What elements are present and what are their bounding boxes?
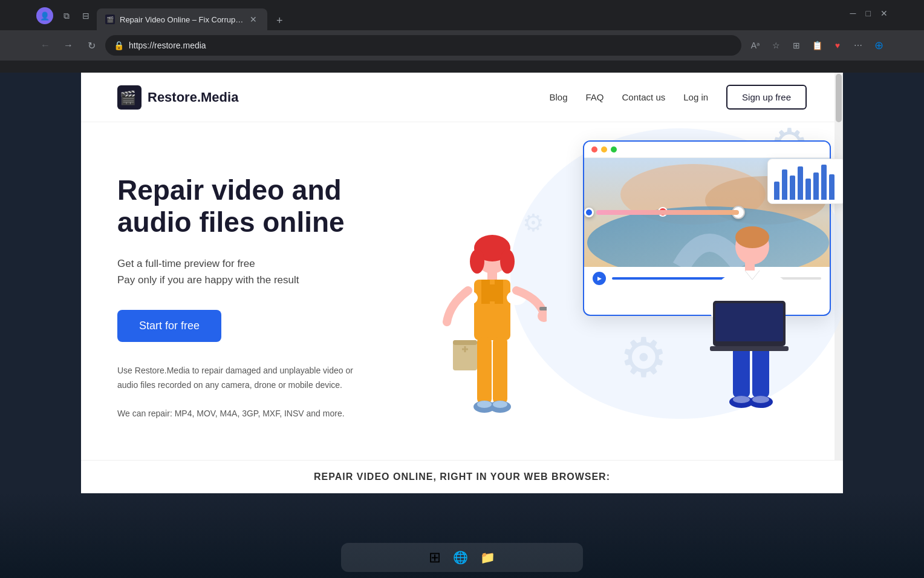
back-btn: ← [36, 36, 54, 54]
svg-rect-44 [715, 303, 783, 341]
favorites-btn[interactable]: ☆ [767, 36, 785, 54]
reload-btn[interactable]: ↻ [82, 36, 100, 54]
hero-content: Repair video and audio files online Get … [117, 174, 408, 421]
svg-point-29 [477, 401, 492, 408]
chart-bar-6 [813, 172, 819, 200]
more-btn[interactable]: ⋯ [849, 36, 867, 54]
nav-bar: ← → ↻ 🔒 https://restore.media Aᵃ ☆ ⊞ 📋 ♥… [0, 30, 924, 61]
scrubber-left [584, 208, 594, 217]
chart-card [767, 159, 843, 204]
svg-text:🎬: 🎬 [120, 90, 137, 106]
logo-icon: 🎬 [117, 85, 142, 110]
svg-point-15 [500, 249, 515, 274]
browser-chrome: 👤 ⧉ ⊟ 🎬 Repair Video Online – Fix Corrup… [0, 0, 924, 73]
chart-bar-2 [782, 169, 787, 200]
start-free-btn[interactable]: Start for free [117, 310, 221, 342]
svg-point-49 [752, 396, 769, 403]
svg-rect-24 [539, 307, 547, 310]
heart-btn[interactable]: ♥ [828, 36, 847, 54]
hero-subtitle: Get a full-time preview for free Pay onl… [117, 255, 408, 288]
svg-point-36 [735, 226, 769, 248]
windows-taskbar: ⊞ 🌐 📁 [341, 543, 583, 572]
header-nav: Blog FAQ Contact us Log in Sign up free [549, 85, 807, 110]
dot-red [591, 146, 597, 153]
logo-text: Restore.Media [148, 90, 238, 105]
lock-icon: 🔒 [114, 41, 124, 50]
active-tab[interactable]: 🎬 Repair Video Online – Fix Corrup… ✕ [97, 8, 267, 30]
svg-rect-20 [481, 284, 503, 301]
new-tab-btn[interactable]: + [270, 11, 289, 30]
profile-icon[interactable]: 👤 [36, 7, 53, 24]
nav-faq[interactable]: FAQ [586, 92, 604, 102]
minimize-btn[interactable]: ─ [850, 8, 856, 18]
address-bar[interactable]: 🔒 https://restore.media [105, 35, 741, 56]
play-button[interactable]: ▶ [593, 272, 606, 285]
forward-btn[interactable]: → [59, 36, 77, 54]
edge-taskbar-icon[interactable]: 🌐 [453, 550, 468, 565]
chart-bar-8 [829, 174, 835, 200]
url-text: https://restore.media [129, 41, 733, 50]
nav-blog[interactable]: Blog [549, 92, 567, 102]
chart-bar-4 [798, 166, 803, 200]
person-right [692, 207, 813, 461]
logo[interactable]: 🎬 Restore.Media [117, 85, 238, 110]
hero-title: Repair video and audio files online [117, 174, 408, 238]
svg-point-48 [733, 396, 750, 403]
collections-btn[interactable]: 📋 [808, 36, 826, 54]
chart-bar-7 [821, 165, 827, 200]
chart-bar-1 [774, 182, 779, 200]
nav-login[interactable]: Log in [683, 92, 708, 102]
browser-window: 🎬 Restore.Media Blog FAQ Contact us Log … [81, 73, 843, 493]
window-controls: ─ □ ✕ [850, 8, 888, 18]
svg-rect-32 [453, 340, 477, 345]
reader-mode-btn[interactable]: Aᵃ [746, 36, 764, 54]
edge-icon[interactable]: ⊕ [870, 36, 888, 54]
dot-yellow [601, 146, 607, 153]
extensions-icon[interactable]: ⧉ [58, 7, 75, 24]
svg-rect-25 [477, 337, 492, 404]
svg-point-14 [470, 249, 484, 274]
tab-title: Repair Video Online – Fix Corrup… [120, 15, 243, 24]
scrubber-dot-blue [584, 208, 594, 217]
hero-illustration: ⚙ ⚙ ⚙ [420, 122, 843, 461]
maximize-btn[interactable]: □ [866, 8, 871, 18]
svg-text:⚙: ⚙ [619, 327, 668, 388]
svg-rect-45 [710, 346, 789, 351]
svg-rect-26 [493, 337, 507, 404]
person-left [438, 219, 547, 461]
svg-text:🎬: 🎬 [106, 16, 114, 24]
tab-favicon: 🎬 [105, 15, 115, 24]
hero-description: Use Restore.Media to repair damaged and … [117, 364, 408, 421]
signup-btn[interactable]: Sign up free [726, 85, 807, 110]
chart-bar-5 [805, 179, 811, 200]
tab-close-btn[interactable]: ✕ [248, 14, 259, 25]
svg-point-30 [493, 401, 507, 408]
bottom-bar: REPAIR VIDEO ONLINE, RIGHT IN YOUR WEB B… [81, 460, 843, 493]
close-btn[interactable]: ✕ [880, 8, 888, 18]
split-icon[interactable]: ⊟ [77, 7, 94, 24]
video-titlebar [584, 142, 830, 158]
hero-section: Repair video and audio files online Get … [81, 122, 843, 461]
dot-green [611, 146, 617, 153]
chart-bar-3 [790, 176, 795, 200]
file-explorer-icon[interactable]: 📁 [480, 550, 495, 565]
nav-actions: Aᵃ ☆ ⊞ 📋 ♥ ⋯ ⊕ [746, 36, 888, 54]
tab-bar: 👤 ⧉ ⊟ 🎬 Repair Video Online – Fix Corrup… [0, 0, 924, 30]
taskbar-area: ⊞ 🌐 📁 [0, 493, 924, 578]
bottom-title: REPAIR VIDEO ONLINE, RIGHT IN YOUR WEB B… [314, 471, 610, 482]
nav-contact[interactable]: Contact us [622, 92, 666, 102]
tab-groups-btn[interactable]: ⊞ [787, 36, 805, 54]
start-icon[interactable]: ⊞ [429, 549, 441, 566]
